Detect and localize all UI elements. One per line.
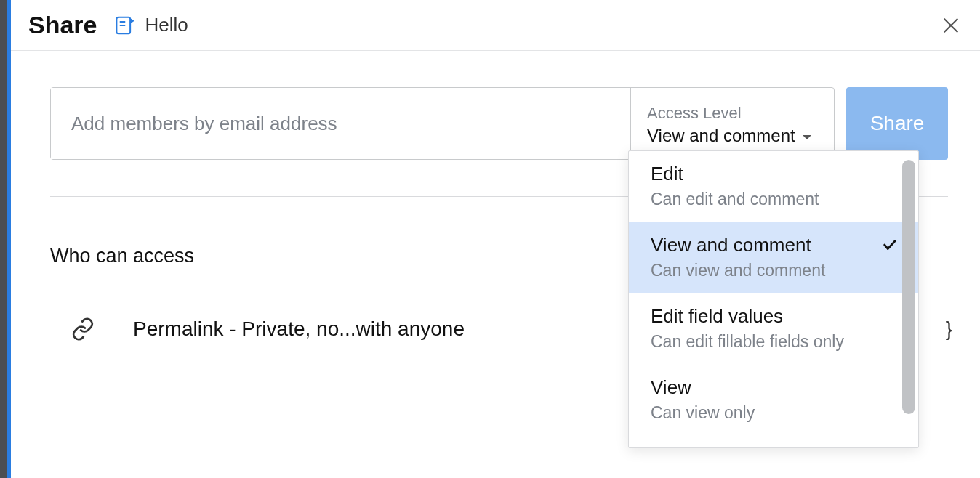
menu-item-view-and-comment[interactable]: View and comment Can view and comment — [629, 222, 918, 293]
dialog-header: Share Hello — [11, 0, 980, 51]
access-level-select[interactable]: View and comment — [647, 126, 821, 146]
document-icon — [113, 15, 135, 36]
menu-item-edit-field-values[interactable]: Edit field values Can edit fillable fiel… — [629, 293, 918, 365]
link-icon — [71, 317, 95, 341]
access-level-label: Access Level — [647, 104, 821, 123]
permalink-text: Permalink - Private, no...with anyone — [133, 317, 465, 341]
menu-item-title: View and comment — [651, 234, 899, 256]
add-members-input[interactable] — [51, 88, 630, 159]
share-dialog: Share Hello Access Level — [7, 0, 980, 478]
menu-item-title: Edit field values — [651, 305, 899, 328]
add-members-row: Access Level View and comment Share — [50, 87, 948, 160]
dialog-title: Share — [28, 11, 97, 39]
access-level-menu-list[interactable]: Edit Can edit and comment View and comme… — [629, 151, 918, 447]
share-button[interactable]: Share — [846, 87, 948, 160]
menu-item-title: Edit — [651, 163, 899, 185]
access-level-value: View and comment — [647, 126, 795, 146]
menu-scrollbar[interactable] — [902, 160, 915, 414]
menu-item-desc: Can view and comment — [651, 261, 899, 280]
menu-item-desc: Can edit fillable fields only — [651, 332, 899, 352]
menu-item-view[interactable]: View Can view only — [629, 365, 918, 436]
brace-glyph: } — [946, 317, 952, 341]
caret-down-icon — [803, 135, 811, 139]
access-level-column: Access Level View and comment — [630, 88, 834, 159]
document-name: Hello — [145, 14, 188, 36]
check-icon — [882, 237, 898, 253]
access-level-menu: Edit Can edit and comment View and comme… — [628, 150, 919, 448]
menu-item-desc: Can view only — [651, 403, 899, 423]
menu-item-title: View — [651, 376, 899, 399]
menu-item-edit[interactable]: Edit Can edit and comment — [629, 151, 918, 222]
menu-item-desc: Can edit and comment — [651, 190, 899, 209]
close-button[interactable] — [941, 15, 961, 36]
add-members-box: Access Level View and comment — [50, 87, 835, 160]
